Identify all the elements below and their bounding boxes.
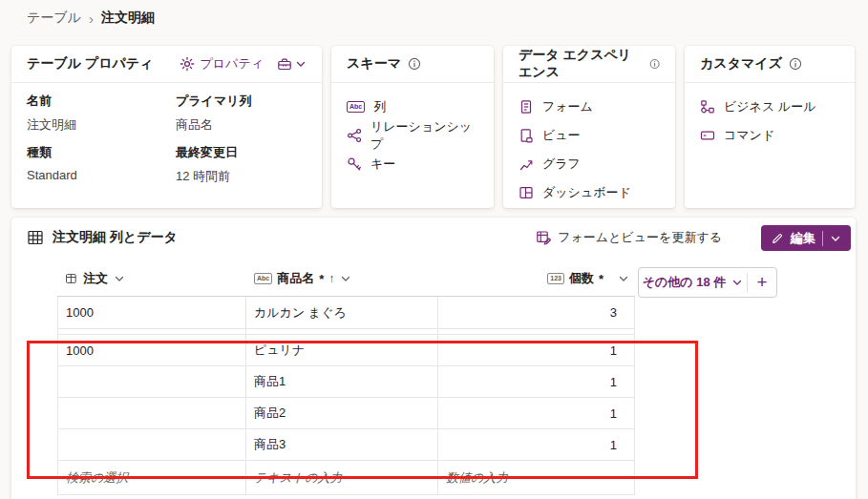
dashboard-icon — [519, 185, 534, 200]
column-header-quantity[interactable]: 123 個数* — [438, 261, 635, 296]
form-icon — [519, 99, 534, 114]
breadcrumb: テーブル › 注文明細 — [27, 10, 155, 27]
data-item-forms[interactable]: フォーム — [519, 93, 660, 121]
chart-icon — [519, 156, 534, 172]
toolbox-icon — [277, 56, 292, 72]
lookup-icon — [65, 272, 78, 285]
data-item-dashboards[interactable]: ダッシュボード — [519, 178, 660, 207]
business-rule-icon — [700, 99, 715, 114]
table-row: 1000 ピュリナ 1 — [57, 335, 635, 366]
chevron-down-icon — [340, 273, 351, 284]
cell-order[interactable]: 1000 — [57, 335, 246, 366]
page-title: 注文明細 — [101, 10, 155, 27]
cell-order[interactable] — [57, 366, 246, 398]
properties-button-label: プロパティ — [200, 55, 264, 73]
chevron-down-icon — [295, 58, 307, 70]
cell-product[interactable]: カルカン まぐろ — [246, 297, 438, 329]
more-columns-box: その他の 18 件 + — [638, 267, 777, 298]
cell-quantity[interactable]: 1 — [438, 335, 635, 366]
column-header-order[interactable]: 注文 — [57, 261, 246, 296]
cell-product[interactable]: 商品2 — [246, 398, 438, 429]
number-input[interactable]: 数値の入力 — [438, 461, 635, 495]
number-column-icon: 123 — [547, 273, 564, 284]
column-header-product-name[interactable]: Abc 商品名* ↑ — [246, 261, 438, 296]
schema-item-relationships[interactable]: リレーションシップ — [347, 121, 478, 150]
field-name: 名前 注文明細 — [27, 93, 168, 134]
field-type: 種類 Standard — [27, 144, 168, 185]
cell-order[interactable]: 1000 — [57, 297, 246, 329]
chevron-down-icon — [618, 273, 629, 284]
cell-order[interactable] — [57, 398, 246, 429]
cell-quantity[interactable]: 1 — [438, 398, 635, 429]
edit-button-divider — [822, 231, 823, 246]
schema-card: スキーマ Abc 列 リレーションシップ キー — [331, 46, 494, 208]
cell-product[interactable]: 商品3 — [246, 429, 438, 461]
update-forms-views-icon — [536, 230, 551, 245]
table-row: 商品2 1 — [57, 398, 635, 429]
field-primary-column: プライマリ列 商品名 — [176, 93, 307, 134]
new-row-placeholder: 検索の選択 テキストの入力 数値の入力 — [57, 461, 635, 495]
table-icon — [27, 229, 44, 246]
breadcrumb-separator-icon: › — [89, 10, 94, 27]
schema-item-keys[interactable]: キー — [347, 150, 478, 178]
more-columns-dropdown[interactable]: その他の 18 件 — [639, 268, 747, 297]
cell-product[interactable]: ピュリナ — [246, 335, 438, 366]
cell-quantity[interactable]: 1 — [438, 429, 635, 461]
cell-order[interactable] — [57, 429, 246, 461]
columns-and-data-section: 注文明細 列とデータ フォームとビューを更新する 編集 — [11, 218, 856, 499]
chevron-down-icon — [114, 273, 125, 284]
customize-item-business-rules[interactable]: ビジネス ルール — [700, 93, 839, 121]
gear-icon — [180, 56, 195, 72]
text-column-icon: Abc — [347, 101, 365, 113]
info-icon[interactable] — [408, 57, 421, 71]
pencil-icon — [771, 232, 784, 245]
table-properties-card: テーブル プロパティ プロパティ — [11, 46, 322, 208]
info-icon[interactable] — [649, 57, 660, 71]
cell-product[interactable]: 商品1 — [246, 366, 438, 398]
cell-quantity[interactable]: 3 — [438, 297, 635, 329]
properties-button[interactable]: プロパティ — [180, 55, 264, 73]
sort-ascending-icon: ↑ — [328, 272, 334, 285]
add-column-button[interactable]: + — [748, 268, 776, 297]
text-column-icon: Abc — [254, 273, 272, 284]
table-tools-dropdown[interactable] — [277, 56, 307, 72]
relationship-icon — [347, 128, 362, 143]
data-experiences-title: データ エクスペリエンス — [519, 47, 643, 81]
data-grid: 注文 Abc 商品名* ↑ 123 個数* — [57, 261, 635, 495]
schema-item-columns[interactable]: Abc 列 — [347, 93, 478, 121]
breadcrumb-tables-link[interactable]: テーブル — [27, 10, 81, 27]
text-input[interactable]: テキストの入力 — [246, 461, 438, 495]
customize-item-commands[interactable]: コマンド — [700, 121, 839, 150]
cell-quantity[interactable]: 1 — [438, 366, 635, 398]
table-properties-title: テーブル プロパティ — [27, 55, 154, 73]
command-icon — [700, 128, 715, 143]
customize-card: カスタマイズ ビジネス ルール コマンド — [685, 46, 855, 208]
view-icon — [519, 128, 534, 143]
grid-section-title: 注文明細 列とデータ — [53, 229, 178, 246]
schema-title: スキーマ — [347, 55, 401, 73]
data-experiences-card: データ エクスペリエンス フォーム ビュー グラ — [503, 46, 675, 208]
data-item-charts[interactable]: グラフ — [519, 150, 660, 178]
edit-button[interactable]: 編集 — [761, 225, 851, 251]
update-forms-views-button[interactable]: フォームとビューを更新する — [536, 218, 722, 258]
field-last-modified: 最終変更日 12 時間前 — [176, 144, 307, 185]
lookup-select-input[interactable]: 検索の選択 — [57, 461, 246, 495]
chevron-down-icon — [830, 233, 841, 244]
data-item-views[interactable]: ビュー — [519, 121, 660, 150]
edit-dropdown-toggle[interactable] — [830, 233, 841, 244]
table-row: 商品1 1 — [57, 366, 635, 398]
key-icon — [347, 156, 362, 172]
customize-title: カスタマイズ — [700, 55, 782, 73]
chevron-down-icon — [731, 277, 743, 288]
table-row: 商品3 1 — [57, 429, 635, 461]
table-row: 1000 カルカン まぐろ 3 — [57, 297, 635, 329]
info-icon[interactable] — [789, 57, 802, 71]
